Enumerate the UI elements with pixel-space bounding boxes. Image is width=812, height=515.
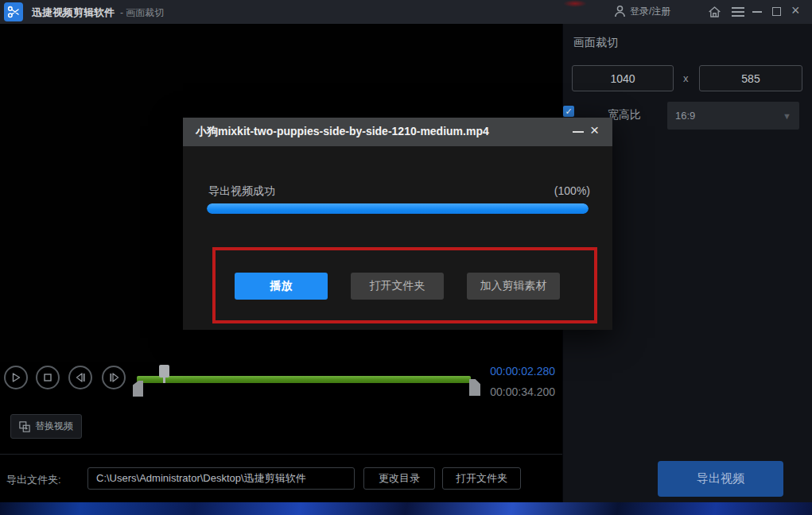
minimize-button[interactable] xyxy=(752,11,762,13)
export-dialog: 小狗mixkit-two-puppies-side-by-side-1210-m… xyxy=(183,118,612,330)
export-progress-bar xyxy=(207,203,589,214)
trim-start-handle[interactable] xyxy=(133,381,143,397)
replace-video-button[interactable]: 替换视频 xyxy=(10,414,82,439)
aspect-ratio-checkbox[interactable]: ✓ xyxy=(563,106,574,117)
footer-divider xyxy=(0,454,562,455)
user-icon xyxy=(614,5,626,18)
home-button[interactable] xyxy=(708,6,721,18)
menu-button[interactable] xyxy=(732,7,744,17)
home-icon xyxy=(708,6,721,18)
app-logo xyxy=(4,2,23,21)
close-button[interactable]: × xyxy=(791,2,800,19)
page-subtitle: - 画面裁切 xyxy=(120,7,164,18)
play-icon xyxy=(12,373,21,382)
export-video-button[interactable]: 导出视频 xyxy=(658,461,783,497)
total-time: 00:00:34.200 xyxy=(485,385,555,398)
change-directory-button[interactable]: 更改目录 xyxy=(363,467,435,490)
add-to-clips-button[interactable]: 加入剪辑素材 xyxy=(467,273,560,300)
open-folder-button[interactable]: 打开文件夹 xyxy=(442,467,521,490)
red-annotation-smudge xyxy=(563,0,587,7)
trim-end-handle[interactable] xyxy=(469,379,480,396)
hamburger-icon xyxy=(732,7,744,9)
dialog-close-button[interactable]: × xyxy=(590,122,599,139)
next-frame-button[interactable] xyxy=(102,366,126,389)
dialog-title-bar: 小狗mixkit-two-puppies-side-by-side-1210-m… xyxy=(183,118,612,146)
open-export-folder-button[interactable]: 打开文件夹 xyxy=(351,273,444,300)
export-progress-fill xyxy=(207,203,589,214)
step-forward-icon xyxy=(109,373,119,382)
replace-video-icon xyxy=(19,421,30,432)
dialog-title: 小狗mixkit-two-puppies-side-by-side-1210-m… xyxy=(196,125,489,139)
current-time: 00:00:02.280 xyxy=(485,365,555,378)
title-bar: 迅捷视频剪辑软件- 画面裁切 登录/注册 × xyxy=(0,0,812,24)
replace-video-label: 替换视频 xyxy=(35,420,73,433)
timeline-track[interactable] xyxy=(137,376,471,383)
login-register-label: 登录/注册 xyxy=(630,5,670,18)
chevron-down-icon: ▼ xyxy=(783,111,791,121)
export-path-field[interactable] xyxy=(87,467,355,490)
export-status-text: 导出视频成功 xyxy=(208,184,275,199)
scissors-icon xyxy=(6,5,21,19)
step-backward-icon xyxy=(76,373,86,382)
play-exported-button[interactable]: 播放 xyxy=(235,273,328,300)
dimension-separator: x xyxy=(683,72,689,84)
play-button[interactable] xyxy=(4,366,28,389)
crop-width-input[interactable] xyxy=(572,65,674,91)
maximize-button[interactable] xyxy=(772,7,781,16)
desktop-wallpaper-strip xyxy=(0,502,812,515)
stop-icon xyxy=(44,374,52,381)
export-folder-label: 导出文件夹: xyxy=(6,473,61,487)
playhead-stem xyxy=(163,378,165,383)
aspect-ratio-value: 16:9 xyxy=(675,110,695,122)
export-percent-text: (100%) xyxy=(554,184,590,197)
playhead-handle[interactable] xyxy=(159,365,169,378)
app-title: 迅捷视频剪辑软件- 画面裁切 xyxy=(32,6,164,20)
login-register-button[interactable]: 登录/注册 xyxy=(614,5,670,18)
previous-frame-button[interactable] xyxy=(68,366,92,389)
dialog-minimize-button[interactable] xyxy=(573,131,584,133)
panel-title: 画面裁切 xyxy=(573,36,618,50)
stop-button[interactable] xyxy=(36,366,60,389)
crop-height-input[interactable] xyxy=(699,65,802,91)
aspect-ratio-label: 宽高比 xyxy=(608,108,641,122)
aspect-ratio-dropdown[interactable]: 16:9 ▼ xyxy=(667,102,799,130)
